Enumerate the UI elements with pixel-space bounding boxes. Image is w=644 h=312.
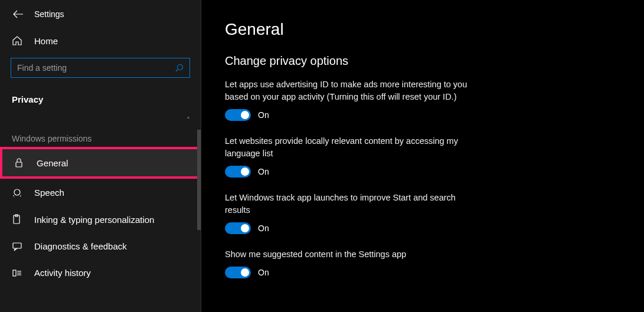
toggle-state-label: On xyxy=(258,224,269,233)
clipboard-icon xyxy=(12,214,24,225)
svg-rect-2 xyxy=(16,162,22,167)
scrollbar-thumb[interactable] xyxy=(197,130,201,230)
toggle-switch[interactable] xyxy=(225,166,251,178)
setting-advertising-id: Let apps use advertising ID to make ads … xyxy=(225,78,473,121)
setting-suggested-content: Show me suggested content in the Setting… xyxy=(225,248,473,278)
setting-track-app-launches: Let Windows track app launches to improv… xyxy=(225,192,473,234)
toggle-knob xyxy=(241,111,249,119)
setting-language-list: Let websites provide locally relevant co… xyxy=(225,135,473,178)
toggle-knob xyxy=(241,268,249,277)
toggle-row: On xyxy=(225,109,473,121)
section-header-label: Windows permissions xyxy=(12,134,91,143)
sidebar-item-speech[interactable]: Speech xyxy=(0,179,201,206)
lock-icon xyxy=(14,157,26,168)
search-icon xyxy=(175,64,184,72)
sidebar-item-activity-history[interactable]: Activity history xyxy=(0,260,201,286)
sidebar-item-inking[interactable]: Inking & typing personalization xyxy=(0,206,201,233)
chevron-up-icon[interactable]: ˄ xyxy=(187,116,190,124)
toggle-knob xyxy=(241,168,249,176)
sidebar-item-diagnostics[interactable]: Diagnostics & feedback xyxy=(0,233,201,260)
toggle-state-label: On xyxy=(258,268,269,277)
setting-label: Let websites provide locally relevant co… xyxy=(225,135,473,160)
search-box[interactable] xyxy=(11,58,190,78)
toggle-knob xyxy=(241,224,249,232)
page-subtitle: Change privacy options xyxy=(225,54,620,68)
app-title: Settings xyxy=(34,9,64,19)
nav-home-label: Home xyxy=(34,36,58,46)
toggle-row: On xyxy=(225,222,473,234)
nav-home[interactable]: Home xyxy=(0,28,201,52)
main-area: General Change privacy options Let apps … xyxy=(201,0,644,312)
setting-label: Show me suggested content in the Setting… xyxy=(225,248,473,261)
setting-label: Let apps use advertising ID to make ads … xyxy=(225,78,473,103)
svg-line-1 xyxy=(176,70,178,72)
setting-label: Let Windows track app launches to improv… xyxy=(225,192,473,216)
toggle-row: On xyxy=(225,267,473,278)
page-title: General xyxy=(225,20,620,39)
sidebar-item-label: Activity history xyxy=(34,268,91,278)
section-header: Windows permissions ˄ xyxy=(0,110,201,147)
back-arrow-icon[interactable] xyxy=(13,10,24,18)
svg-point-0 xyxy=(178,65,183,70)
category-heading: Privacy xyxy=(0,83,201,110)
nav-list: General Speech Inking & typing personali… xyxy=(0,147,201,286)
search-input[interactable] xyxy=(17,63,175,73)
sidebar-item-label: Speech xyxy=(34,188,64,198)
toggle-switch[interactable] xyxy=(225,109,251,121)
home-icon xyxy=(12,35,24,46)
sidebar-item-label: Diagnostics & feedback xyxy=(34,241,127,251)
toggle-row: On xyxy=(225,166,473,178)
toggle-switch[interactable] xyxy=(225,222,251,234)
toggle-state-label: On xyxy=(258,110,269,120)
speech-icon xyxy=(12,187,24,198)
svg-rect-7 xyxy=(13,270,16,276)
feedback-icon xyxy=(12,242,24,251)
svg-rect-6 xyxy=(13,243,21,248)
svg-point-3 xyxy=(14,189,20,195)
sidebar-item-label: General xyxy=(37,158,68,168)
sidebar-item-general[interactable]: General xyxy=(0,147,201,179)
sidebar-item-label: Inking & typing personalization xyxy=(34,215,154,225)
header-row: Settings xyxy=(0,6,201,28)
toggle-state-label: On xyxy=(258,167,269,176)
history-icon xyxy=(12,268,24,278)
sidebar: Settings Home Privacy Windows permission… xyxy=(0,0,201,312)
toggle-switch[interactable] xyxy=(225,267,251,278)
